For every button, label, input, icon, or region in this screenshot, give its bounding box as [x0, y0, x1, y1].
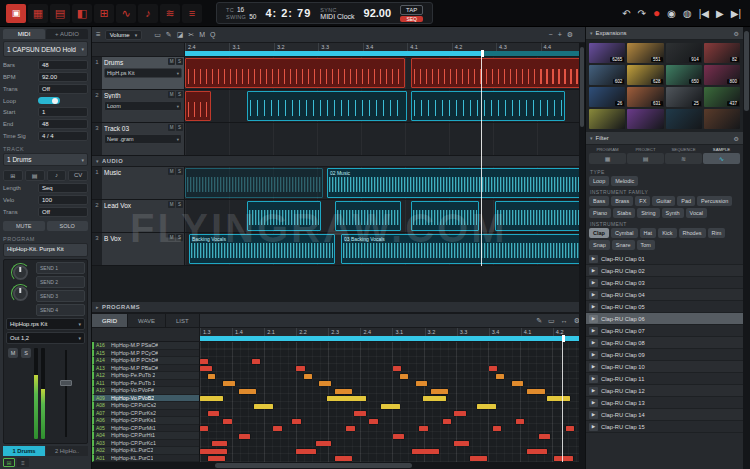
zoom-in-icon[interactable]: + — [558, 31, 562, 39]
cv-icon[interactable]: CV — [68, 170, 88, 181]
solo-button[interactable]: SOLO — [47, 221, 89, 231]
track-lane[interactable] — [185, 90, 585, 122]
midi-note[interactable] — [212, 441, 227, 446]
play-sample-icon[interactable]: ▶ — [589, 363, 598, 371]
midi-note[interactable] — [496, 374, 504, 379]
channel-mixer-icon[interactable]: ≡ — [182, 4, 202, 23]
midi-note[interactable] — [470, 456, 487, 461]
sample-row[interactable]: ▶Clap-RU Clap 08 — [586, 337, 743, 349]
type-chip-loop[interactable]: Loop — [589, 176, 609, 186]
list-view-icon[interactable]: ≡ — [17, 458, 29, 467]
family-chip-brass[interactable]: Brass — [611, 196, 633, 206]
clip[interactable] — [411, 201, 479, 231]
expansion-tile[interactable]: 650 — [666, 65, 702, 85]
tab-audio[interactable]: + AUDIO — [46, 29, 88, 39]
midi-note[interactable] — [527, 389, 544, 394]
record-icon[interactable]: ● — [653, 6, 660, 20]
clip[interactable] — [411, 91, 565, 121]
track-program-select[interactable]: HipH.ps Kit▾ — [104, 68, 182, 78]
clip[interactable] — [247, 91, 407, 121]
locate-start-icon[interactable]: |◀ — [699, 8, 709, 19]
midi-note[interactable] — [431, 389, 448, 394]
clip[interactable]: 03 Backing Vocals — [341, 234, 583, 264]
clip[interactable] — [335, 201, 401, 231]
loop-region-bar[interactable] — [185, 51, 585, 56]
pad-row-a04[interactable]: A04HipHop-CP.PurHt1 — [92, 432, 199, 440]
track-solo-button[interactable]: S — [176, 201, 183, 208]
program-output-select[interactable]: HipHop.rps Kit▾ — [6, 318, 85, 330]
midi-note[interactable] — [412, 449, 439, 454]
pencil-icon[interactable]: ✎ — [536, 317, 542, 325]
marquee-icon[interactable]: ▭ — [548, 317, 555, 325]
audio-track-header-lead-vox[interactable]: 2Lead VoxMS — [92, 200, 185, 232]
editor-loop-bar[interactable] — [200, 336, 585, 341]
mixer-tab-2-hipho[interactable]: 2 HipHo.. — [46, 446, 88, 456]
channel-solo-button[interactable]: S — [21, 348, 31, 358]
expansion-tile[interactable] — [589, 109, 625, 129]
midi-note[interactable] — [254, 404, 273, 409]
midi-note[interactable] — [208, 456, 225, 461]
clip[interactable] — [247, 201, 321, 231]
track-mute-button[interactable]: M — [168, 234, 175, 241]
program-edit-icon[interactable]: ♪ — [138, 4, 158, 23]
midi-note[interactable] — [419, 426, 427, 431]
sample-row[interactable]: ▶Clap-RU Clap 14 — [586, 409, 743, 421]
pad-row-a16[interactable]: A16HipHop-M.P PSaC# — [92, 342, 199, 350]
send-level-knob[interactable] — [13, 286, 28, 301]
play-sample-icon[interactable]: ▶ — [589, 291, 598, 299]
instrument-chip-rim[interactable]: Rim — [708, 228, 726, 238]
zoom-out-icon[interactable]: − — [549, 31, 553, 39]
family-chip-synth[interactable]: Synth — [662, 208, 684, 218]
midi-track-header-track-03[interactable]: 3Track 03New .gram▾MS — [92, 123, 185, 155]
undo-icon[interactable]: ↶ — [622, 8, 630, 19]
track-lane[interactable] — [185, 200, 585, 232]
audio-section-header[interactable]: ▾ AUDIO — [92, 156, 585, 167]
keys-icon[interactable]: ▤ — [25, 170, 45, 181]
midi-note[interactable] — [208, 374, 216, 379]
pad-grid-icon[interactable]: ⊞ — [3, 170, 23, 181]
pad-row-a02[interactable]: A02HipHop-KL.PurC2 — [92, 447, 199, 455]
clip[interactable]: Backing Vocals — [189, 234, 335, 264]
tc-value[interactable]: 16 — [237, 6, 244, 13]
family-chip-stabs[interactable]: Stabs — [613, 208, 635, 218]
nudge-icon[interactable]: ↔ — [561, 317, 568, 325]
pad-row-a15[interactable]: A15HipHop-M.P PCyC# — [92, 350, 199, 358]
midi-note[interactable] — [454, 441, 469, 446]
instrument-chip-snap[interactable]: Snap — [589, 240, 610, 250]
audio-track-header-music[interactable]: 1MusicMS — [92, 167, 185, 199]
send-slot[interactable]: SEND 3 — [36, 290, 85, 302]
retro-record-icon[interactable]: ◍ — [683, 8, 692, 19]
midi-note[interactable] — [454, 411, 466, 416]
gear-icon[interactable]: ⚙ — [734, 30, 739, 37]
velo-value[interactable]: 100 — [38, 195, 88, 205]
play-sample-icon[interactable]: ▶ — [589, 387, 598, 395]
track-mute-button[interactable]: M — [168, 91, 175, 98]
family-chip-percussion[interactable]: Percussion — [697, 196, 732, 206]
sample-row[interactable]: ▶Clap-RU Clap 04 — [586, 289, 743, 301]
menu-icon[interactable]: ≡ — [96, 30, 101, 39]
sample-row[interactable]: ▶Clap-RU Clap 05 — [586, 301, 743, 313]
play-sample-icon[interactable]: ▶ — [589, 315, 598, 323]
clip[interactable] — [185, 91, 211, 121]
midi-note[interactable] — [200, 426, 208, 431]
end-value[interactable]: 48 — [38, 119, 88, 129]
expansion-tile[interactable] — [666, 109, 702, 129]
mute-button[interactable]: MUTE — [3, 221, 45, 231]
eraser-tool-icon[interactable]: ◪ — [177, 31, 184, 39]
xy-fx-icon[interactable]: ◧ — [72, 4, 92, 23]
pad-row-a07[interactable]: A07HipHop-CP.PurKs2 — [92, 410, 199, 418]
main-mode-icon[interactable]: ▦ — [28, 4, 48, 23]
play-sample-icon[interactable]: ▶ — [589, 423, 598, 431]
mute-tool-icon[interactable]: M — [199, 31, 205, 39]
instrument-chip-hat[interactable]: Hat — [640, 228, 657, 238]
track-lane[interactable] — [185, 57, 585, 89]
split-tool-icon[interactable]: ✂ — [188, 31, 194, 39]
midi-note[interactable] — [554, 456, 573, 461]
expansion-tile[interactable]: 6265 — [589, 43, 625, 63]
midi-note[interactable] — [239, 389, 256, 394]
track-lane[interactable]: 02 Music — [185, 167, 585, 199]
midi-track-header-drums[interactable]: 1DrumsHipH.ps Kit▾MS — [92, 57, 185, 89]
audio-output-select[interactable]: Out 1,2▾ — [6, 332, 85, 344]
mixer-tab-1-drums[interactable]: 1 Drums — [3, 446, 45, 456]
ruler-marks-area[interactable]: 2.43.13.23.33.44.14.24.34.4 — [185, 43, 585, 56]
